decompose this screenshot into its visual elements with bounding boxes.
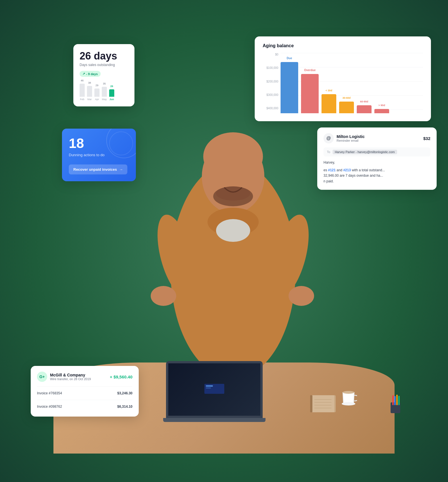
svg-rect-29 [396, 395, 398, 405]
y-label-200k: $200,000 [263, 80, 278, 83]
svg-rect-32 [312, 395, 334, 412]
email-card: @ Milton Logistic Reminder email $32 To … [317, 127, 437, 190]
payment-total: + $9,560.40 [110, 374, 132, 379]
email-to-row: To Harvey Parker - harvey@miltonlogistic… [323, 147, 430, 156]
email-body: Harvey, es #121 and #213 with a total ou… [323, 160, 430, 184]
svg-point-25 [342, 402, 355, 405]
chart-bar-jun: 26 Jun [109, 85, 114, 101]
bar-overdue-label: Overdue [304, 69, 316, 72]
payment-header: G+ McGill & Company Wire transfer, on 28… [37, 372, 132, 382]
bars-row: Due Overdue < 30d [281, 53, 423, 116]
dso-badge-text: - 9 days [86, 72, 98, 76]
dso-card: 26 days Days sales outstanding ↗ - 9 day… [73, 44, 134, 106]
bar-60-90d-rect [357, 105, 372, 113]
invoice-row-2: Invoice #098762 $6,314.10 [37, 402, 132, 411]
bar-90d-plus-rect [374, 109, 389, 113]
aging-title: Aging balance [263, 43, 423, 48]
svg-point-8 [151, 286, 176, 306]
email-company-name: Milton Logistic [337, 134, 365, 139]
email-company-details: Milton Logistic Reminder email [337, 134, 365, 142]
chart-bar-feb: 46 Feb [80, 79, 85, 101]
bar-overdue: Overdue [301, 69, 319, 116]
payment-company-info: G+ McGill & Company Wire transfer, on 28… [37, 372, 91, 382]
recover-button[interactable]: Recover unpaid invoices → [69, 164, 127, 174]
at-icon: @ [323, 133, 334, 143]
svg-rect-17 [206, 388, 211, 388]
bar-due: Due [281, 57, 298, 116]
email-type: Reminder email [337, 139, 365, 142]
arrow-right-icon: → [119, 167, 123, 172]
invoice-num-1: Invoice #768354 [37, 391, 62, 395]
laptop [166, 361, 263, 427]
y-axis: $400,000 $300,000 $200,000 $100,000 $0 [263, 53, 278, 116]
bars-container: Due Overdue < 30d [281, 53, 423, 116]
invoice-link-213: #213 [343, 168, 351, 172]
bar-due-rect [281, 62, 298, 113]
payment-company-name: McGill & Company [50, 373, 91, 377]
svg-rect-27 [392, 395, 394, 405]
dso-label: Days sales outstanding [80, 63, 128, 67]
svg-rect-16 [206, 385, 213, 387]
company-avatar: G+ [37, 372, 47, 382]
bar-30-60d-label: 30-60d [343, 96, 351, 99]
dso-value: 26 days [80, 51, 128, 61]
svg-point-24 [343, 391, 354, 394]
dunning-card: 18 Dunning actions to do Recover unpaid … [62, 129, 136, 181]
bar-due-label: Due [287, 57, 292, 60]
pen-holder [388, 394, 403, 414]
laptop-screen [166, 361, 263, 418]
trending-up-icon: ↗ [82, 72, 85, 76]
aging-balance-card: Aging balance $400,000 $300,000 $200,000… [255, 36, 431, 121]
invoice-row-1: Invoice #768354 $3,246.30 [37, 389, 132, 397]
email-body-text: es #121 and #213 with a total outstand..… [323, 168, 430, 184]
dunning-label: Dunning actions to do [69, 153, 129, 158]
bar-90d-plus: > 90d [374, 104, 389, 116]
svg-point-13 [216, 186, 250, 201]
email-amount: $32 [423, 136, 430, 141]
svg-point-14 [203, 132, 263, 181]
to-label: To [327, 150, 330, 154]
y-label-100k: $100,000 [263, 66, 278, 69]
recover-button-label: Recover unpaid invoices [73, 167, 117, 172]
bar-30d: < 30d [322, 89, 336, 116]
bar-60-90d-label: 60-90d [360, 100, 368, 103]
chart-bar-may: 35 May [102, 82, 107, 101]
bar-30-60d: 30-60d [339, 96, 354, 116]
mini-chart: 46 Feb 38 Mar 29 Apr 35 May 26 [80, 84, 128, 101]
chart-bar-mar: 38 Mar [87, 81, 92, 101]
svg-point-9 [289, 286, 314, 306]
payment-card: G+ McGill & Company Wire transfer, on 28… [31, 366, 139, 417]
laptop-screen-inner [168, 363, 260, 416]
bar-60-90d: 60-90d [357, 100, 372, 116]
y-label-300k: $300,000 [263, 93, 278, 96]
bar-30d-rect [322, 94, 336, 113]
coffee-cup [340, 387, 357, 407]
notebook [309, 394, 337, 411]
y-label-0: $0 [263, 53, 278, 56]
email-recipient: Harvey Parker - harvey@miltonlogistic.co… [333, 150, 397, 154]
chart-bar-apr: 29 Apr [94, 84, 99, 101]
invoice-amount-2: $6,314.10 [117, 405, 132, 409]
svg-rect-37 [310, 395, 312, 412]
aging-chart: $400,000 $300,000 $200,000 $100,000 $0 [263, 53, 423, 116]
dunning-number: 18 [69, 137, 129, 150]
payment-company-sub: Wire transfer, on 28 Oct 2019 [50, 377, 91, 381]
svg-point-5 [216, 219, 250, 242]
email-company-info: @ Milton Logistic Reminder email [323, 133, 365, 143]
email-header: @ Milton Logistic Reminder email $32 [323, 133, 430, 143]
bar-30-60d-rect [339, 102, 354, 113]
bar-30d-label: < 30d [325, 89, 332, 92]
svg-rect-30 [398, 396, 400, 405]
main-scene: 26 days Days sales outstanding ↗ - 9 day… [0, 0, 448, 482]
dso-badge: ↗ - 9 days [80, 71, 101, 77]
email-greeting: Harvey, [323, 160, 430, 165]
y-label-400k: $400,000 [263, 107, 278, 110]
laptop-base [163, 418, 266, 422]
bar-overdue-rect [301, 74, 319, 113]
payment-company-details: McGill & Company Wire transfer, on 28 Oc… [50, 373, 91, 381]
invoice-link-121: #121 [328, 168, 336, 172]
bar-90d-plus-label: > 90d [378, 104, 385, 107]
payment-divider [37, 386, 132, 387]
payment-divider-2 [37, 400, 132, 400]
invoice-amount-1: $3,246.30 [117, 391, 132, 395]
